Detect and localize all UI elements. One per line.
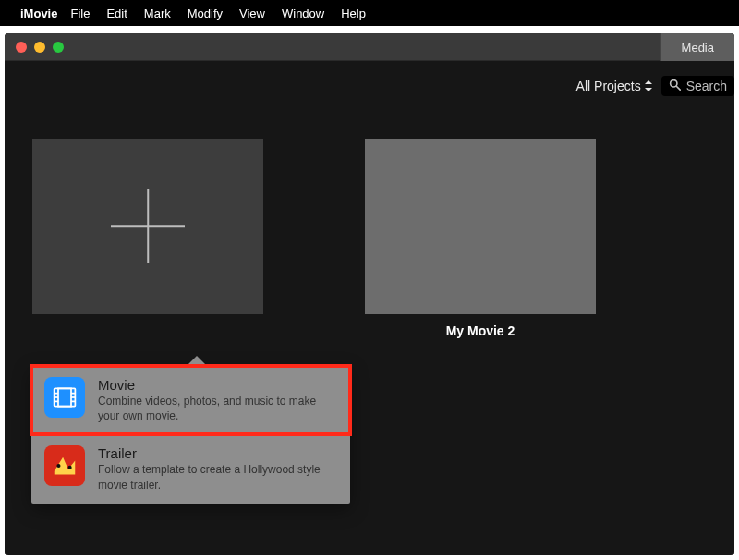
svg-point-11 xyxy=(68,466,72,469)
minimize-window-button[interactable] xyxy=(34,42,45,53)
window-controls xyxy=(16,42,64,53)
imovie-window: Media All Projects Search My xyxy=(5,33,734,555)
menu-edit[interactable]: Edit xyxy=(106,6,127,20)
project-thumbnail[interactable] xyxy=(365,139,596,314)
search-icon xyxy=(669,79,681,93)
app-name[interactable]: iMovie xyxy=(20,6,57,20)
search-placeholder: Search xyxy=(686,79,727,93)
menu-window[interactable]: Window xyxy=(282,6,324,20)
menu-modify[interactable]: Modify xyxy=(188,6,223,20)
macos-menubar: iMovie File Edit Mark Modify View Window… xyxy=(0,0,739,26)
create-movie-title: Movie xyxy=(98,377,337,393)
projects-filter-label: All Projects xyxy=(576,79,641,93)
svg-line-1 xyxy=(676,86,680,90)
window-titlebar: Media xyxy=(5,33,734,61)
close-window-button[interactable] xyxy=(16,42,27,53)
media-tab[interactable]: Media xyxy=(660,33,734,61)
zoom-window-button[interactable] xyxy=(53,42,64,53)
movie-icon xyxy=(44,377,85,418)
project-title: My Movie 2 xyxy=(446,323,515,338)
create-trailer-text: Trailer Follow a template to create a Ho… xyxy=(98,445,337,492)
create-new-tile[interactable] xyxy=(32,139,263,314)
popover-arrow-icon xyxy=(187,356,207,366)
search-box[interactable]: Search xyxy=(661,76,734,96)
svg-point-10 xyxy=(56,464,60,468)
create-movie-text: Movie Combine videos, photos, and music … xyxy=(98,377,337,423)
create-trailer-desc: Follow a template to create a Hollywood … xyxy=(98,462,337,492)
create-trailer-option[interactable]: Trailer Follow a template to create a Ho… xyxy=(31,434,350,503)
menu-help[interactable]: Help xyxy=(341,6,366,20)
create-movie-option[interactable]: Movie Combine videos, photos, and music … xyxy=(31,366,350,434)
menu-mark[interactable]: Mark xyxy=(144,6,171,20)
menu-file[interactable]: File xyxy=(70,6,90,20)
create-new-popover: Movie Combine videos, photos, and music … xyxy=(31,366,350,504)
plus-icon xyxy=(111,189,185,263)
create-movie-desc: Combine videos, photos, and music to mak… xyxy=(98,394,337,423)
toolbar: All Projects Search xyxy=(5,61,734,111)
svg-rect-3 xyxy=(58,388,71,406)
menu-view[interactable]: View xyxy=(239,6,265,20)
trailer-icon xyxy=(44,445,85,486)
project-item[interactable]: My Movie 2 xyxy=(365,139,596,338)
projects-filter-dropdown[interactable]: All Projects xyxy=(576,79,652,93)
updown-caret-icon xyxy=(645,80,652,91)
create-trailer-title: Trailer xyxy=(98,445,337,461)
